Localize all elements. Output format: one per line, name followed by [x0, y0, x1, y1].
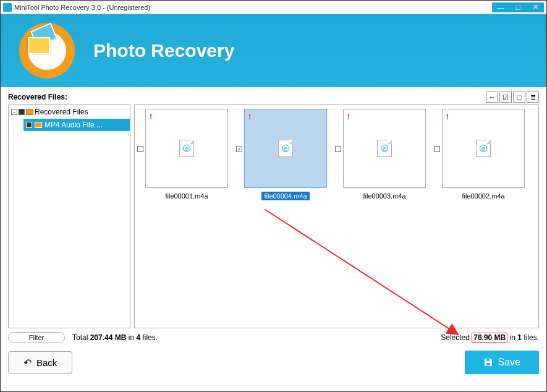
status-text: Total	[72, 333, 90, 342]
file-icon: @	[278, 140, 293, 157]
warning-icon: !	[248, 112, 251, 121]
tree-child-checkbox[interactable]	[26, 122, 32, 128]
status-text: in	[507, 333, 517, 342]
back-view-icon[interactable]: ←	[486, 92, 498, 103]
status-text: files.	[522, 333, 539, 342]
status-text: Selected	[441, 333, 472, 342]
status-text: files.	[140, 333, 158, 342]
tree-root[interactable]: − Recovered Files	[9, 105, 130, 119]
file-icon: @	[476, 140, 491, 157]
file-thumbnail[interactable]: ! @	[145, 109, 228, 188]
selected-size: 76.90 MB	[472, 333, 507, 343]
warning-icon: !	[150, 112, 152, 121]
file-checkbox[interactable]	[335, 146, 341, 152]
filter-button[interactable]: Filter	[8, 332, 65, 343]
file-item[interactable]: ✓ ! @ file00004.m4a	[237, 109, 334, 324]
file-icon: @	[179, 140, 194, 157]
status-text: in	[126, 333, 136, 342]
app-logo	[19, 23, 75, 79]
floppy-icon	[483, 357, 493, 367]
tree-child[interactable]: MP4 Audio File ...	[23, 119, 130, 131]
save-button[interactable]: Save	[465, 351, 539, 374]
view-controls: ← ☑ □ ≣	[486, 92, 539, 103]
warning-icon: !	[347, 112, 350, 121]
sidebar-tree[interactable]: − Recovered Files MP4 Audio File ...	[8, 104, 130, 328]
thumb-view-icon[interactable]: □	[513, 92, 525, 103]
back-button[interactable]: ↶ Back	[8, 351, 72, 374]
file-name: file00002.m4a	[459, 192, 507, 200]
file-item[interactable]: ! @ file00001.m4a	[138, 109, 235, 324]
status-selected: Selected 76.90 MB in 1 files.	[441, 333, 539, 342]
maximize-button[interactable]: □	[509, 2, 527, 12]
selected-count: 1	[517, 333, 522, 342]
file-icon: @	[377, 140, 392, 157]
tree-root-checkbox[interactable]	[19, 109, 25, 115]
tree-child-label: MP4 Audio File ...	[45, 121, 103, 129]
file-checkbox[interactable]	[434, 146, 440, 152]
file-name: file00004.m4a	[261, 192, 309, 200]
mid-row: Recovered Files: ← ☑ □ ≣	[1, 87, 546, 104]
list-view-icon[interactable]: ≣	[527, 92, 539, 103]
folder-icon	[35, 122, 42, 128]
tree-root-label: Recovered Files	[35, 108, 88, 116]
close-button[interactable]: ✕	[527, 2, 544, 12]
file-thumbnail[interactable]: ! @	[343, 109, 426, 188]
window-title: MiniTool Photo Recovery 3.0 - (Unregiste…	[14, 4, 492, 11]
total-size: 207.44 MB	[90, 333, 127, 342]
content: − Recovered Files MP4 Audio File ... ! @…	[1, 104, 546, 328]
back-label: Back	[36, 357, 57, 368]
checked-view-icon[interactable]: ☑	[499, 92, 512, 103]
file-thumbnail[interactable]: ! @	[244, 109, 327, 188]
app-icon	[3, 3, 12, 12]
status-total: Total 207.44 MB in 4 files.	[72, 333, 433, 342]
minimize-button[interactable]: —	[492, 2, 509, 12]
file-name: file00001.m4a	[163, 192, 210, 200]
undo-icon: ↶	[23, 357, 32, 369]
file-item[interactable]: ! @ file00002.m4a	[435, 109, 532, 324]
save-label: Save	[498, 357, 520, 368]
bottom-bar: ↶ Back Save	[1, 343, 546, 381]
file-name: file00003.m4a	[360, 192, 408, 200]
window-controls: — □ ✕	[492, 2, 544, 12]
app-title: Photo Recovery	[93, 40, 234, 61]
file-checkbox[interactable]	[137, 146, 143, 152]
header: Photo Recovery Register Now	[1, 14, 546, 87]
titlebar: MiniTool Photo Recovery 3.0 - (Unregiste…	[1, 1, 546, 14]
tree-collapse-icon[interactable]: −	[11, 109, 17, 115]
file-thumbnail[interactable]: ! @	[442, 109, 525, 188]
file-grid: ! @ file00001.m4a ✓ ! @ file00004.m4a ! …	[134, 104, 539, 328]
status-bar: Filter Total 207.44 MB in 4 files. Selec…	[1, 328, 546, 343]
warning-icon: !	[446, 112, 449, 121]
file-item[interactable]: ! @ file00003.m4a	[336, 109, 433, 324]
recovered-files-label: Recovered Files:	[8, 93, 67, 101]
folder-icon	[26, 109, 33, 115]
file-checkbox[interactable]: ✓	[236, 146, 242, 152]
